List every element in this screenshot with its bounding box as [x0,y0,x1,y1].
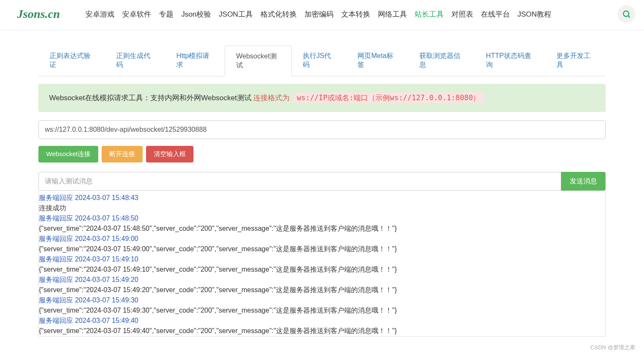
tab-7[interactable]: HTTP状态码查询 [475,46,545,76]
log-line: 服务端回应 2024-03-07 15:49:00 [39,234,605,244]
svg-point-0 [624,11,629,17]
button-row: Websocket连接 断开连接 清空输入框 [38,146,606,162]
log-line: 服务端回应 2024-03-07 15:48:50 [39,213,605,223]
tab-5[interactable]: 网页Meta标签 [346,46,408,76]
banner-hint-label: 连接格式为 [253,94,290,102]
nav-item-8[interactable]: 网络工具 [378,9,407,19]
tab-3[interactable]: Websocket测试 [225,46,292,76]
message-input[interactable] [38,172,561,191]
banner-hint-example: ws://IP或域名:端口（示例ws://127.0.0.1:8080） [293,93,483,103]
info-banner: Websocket在线模拟请求工具：支持内网和外网Websocket测试 连接格… [38,84,606,112]
log-line: {"server_time":"2024-03-07 15:48:50","se… [39,223,605,234]
connect-button[interactable]: Websocket连接 [38,146,98,162]
log-line: 连接成功 [39,203,605,213]
nav-item-7[interactable]: 文本转换 [341,9,370,19]
log-line: 服务端回应 2024-03-07 15:48:43 [39,193,605,203]
nav-item-2[interactable]: 专题 [159,9,173,19]
tab-6[interactable]: 获取浏览器信息 [408,46,475,76]
tab-4[interactable]: 执行JS代码 [292,46,347,76]
log-line: {"server_time":"2024-03-07 15:49:00","se… [39,244,605,254]
message-row: 发送消息 [38,172,606,191]
svg-line-1 [628,16,630,17]
log-line: {"server_time":"2024-03-07 15:49:10","se… [39,264,605,275]
banner-text: Websocket在线模拟请求工具：支持内网和外网Websocket测试 [49,94,252,102]
tab-1[interactable]: 正则生成代码 [105,46,165,76]
nav-item-3[interactable]: Json校验 [181,9,211,19]
search-icon [622,9,631,19]
nav-item-1[interactable]: 安卓软件 [122,9,151,19]
tab-2[interactable]: Http模拟请求 [165,46,225,76]
nav-item-10[interactable]: 对照表 [451,9,473,19]
site-logo[interactable]: Jsons.cn [17,7,60,21]
tab-8[interactable]: 更多开发工具 [545,46,606,76]
tab-0[interactable]: 正则表达式验证 [38,46,105,76]
search-button[interactable] [618,5,635,23]
nav-item-12[interactable]: JSON教程 [518,9,551,19]
log-output[interactable]: 服务端回应 2024-03-07 15:48:43连接成功服务端回应 2024-… [38,192,606,337]
log-line: {"server_time":"2024-03-07 15:49:30","se… [39,305,605,316]
clear-button[interactable]: 清空输入框 [146,146,193,162]
log-line: 服务端回应 2024-03-07 15:49:10 [39,254,605,264]
log-line: 服务端回应 2024-03-07 15:49:40 [39,316,605,326]
tool-tabs: 正则表达式验证正则生成代码Http模拟请求Websocket测试执行JS代码网页… [38,46,606,76]
log-line: {"server_time":"2024-03-07 15:49:20","se… [39,285,605,295]
websocket-url-input[interactable] [38,120,606,139]
nav-item-11[interactable]: 在线平台 [481,9,510,19]
nav-item-5[interactable]: 格式化转换 [261,9,297,19]
send-button[interactable]: 发送消息 [561,172,606,191]
nav-item-0[interactable]: 安卓游戏 [85,9,114,19]
nav-item-9[interactable]: 站长工具 [415,9,444,19]
log-line: 服务端回应 2024-03-07 15:49:30 [39,295,605,305]
log-line: 服务端回应 2024-03-07 15:49:20 [39,275,605,285]
top-nav: 安卓游戏安卓软件专题Json校验JSON工具格式化转换加密编码文本转换网络工具站… [85,9,611,19]
log-line: {"server_time":"2024-03-07 15:49:40","se… [39,326,605,336]
nav-item-6[interactable]: 加密编码 [304,9,334,19]
disconnect-button[interactable]: 断开连接 [102,146,143,162]
main-container: 正则表达式验证正则生成代码Http模拟请求Websocket测试执行JS代码网页… [23,46,621,337]
nav-item-4[interactable]: JSON工具 [219,9,252,19]
top-header: Jsons.cn 安卓游戏安卓软件专题Json校验JSON工具格式化转换加密编码… [0,0,644,30]
